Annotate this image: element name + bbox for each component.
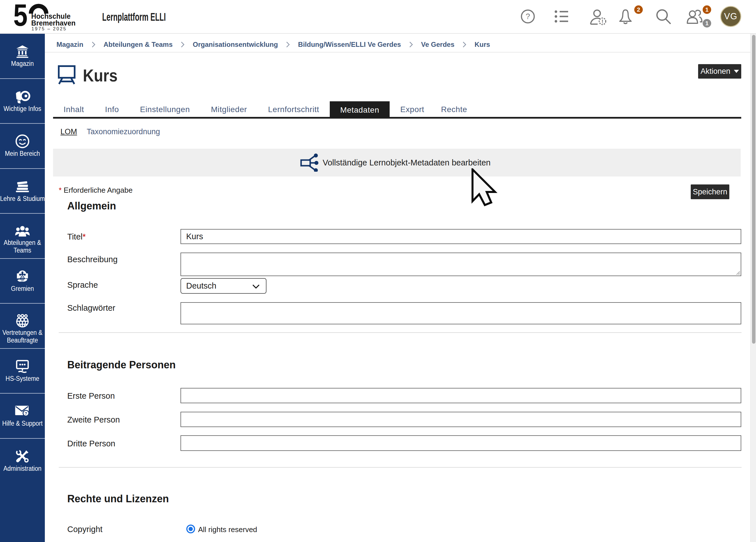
svg-text:?: ?	[526, 12, 530, 21]
svg-text:!: !	[602, 18, 603, 24]
